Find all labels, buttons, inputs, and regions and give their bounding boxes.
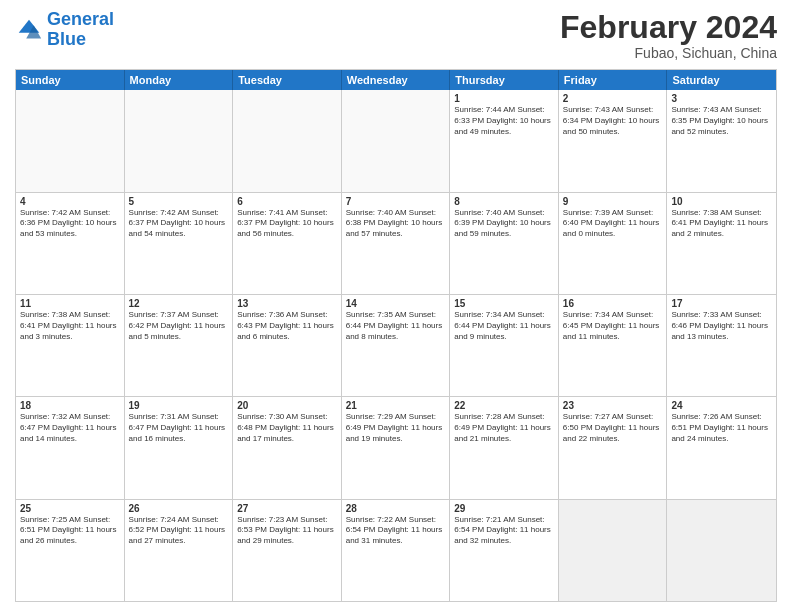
calendar-day-cell [125, 90, 234, 191]
calendar-day-cell: 23Sunrise: 7:27 AM Sunset: 6:50 PM Dayli… [559, 397, 668, 498]
day-info: Sunrise: 7:23 AM Sunset: 6:53 PM Dayligh… [237, 515, 337, 547]
page: General Blue February 2024 Fubao, Sichua… [0, 0, 792, 612]
day-number: 16 [563, 298, 663, 309]
day-number: 10 [671, 196, 772, 207]
day-info: Sunrise: 7:31 AM Sunset: 6:47 PM Dayligh… [129, 412, 229, 444]
day-info: Sunrise: 7:34 AM Sunset: 6:44 PM Dayligh… [454, 310, 554, 342]
day-number: 27 [237, 503, 337, 514]
day-info: Sunrise: 7:44 AM Sunset: 6:33 PM Dayligh… [454, 105, 554, 137]
day-number: 14 [346, 298, 446, 309]
calendar-day-cell: 17Sunrise: 7:33 AM Sunset: 6:46 PM Dayli… [667, 295, 776, 396]
day-info: Sunrise: 7:34 AM Sunset: 6:45 PM Dayligh… [563, 310, 663, 342]
day-number: 15 [454, 298, 554, 309]
calendar-week-row: 18Sunrise: 7:32 AM Sunset: 6:47 PM Dayli… [16, 397, 776, 499]
calendar-day-cell: 19Sunrise: 7:31 AM Sunset: 6:47 PM Dayli… [125, 397, 234, 498]
logo-general: General [47, 9, 114, 29]
day-number: 9 [563, 196, 663, 207]
calendar-day-cell: 16Sunrise: 7:34 AM Sunset: 6:45 PM Dayli… [559, 295, 668, 396]
calendar-day-cell: 13Sunrise: 7:36 AM Sunset: 6:43 PM Dayli… [233, 295, 342, 396]
calendar-day-cell: 29Sunrise: 7:21 AM Sunset: 6:54 PM Dayli… [450, 500, 559, 601]
calendar-day-cell [16, 90, 125, 191]
day-info: Sunrise: 7:41 AM Sunset: 6:37 PM Dayligh… [237, 208, 337, 240]
calendar-day-cell: 21Sunrise: 7:29 AM Sunset: 6:49 PM Dayli… [342, 397, 451, 498]
calendar-header-cell: Monday [125, 70, 234, 90]
day-number: 12 [129, 298, 229, 309]
day-number: 23 [563, 400, 663, 411]
day-number: 3 [671, 93, 772, 104]
day-info: Sunrise: 7:27 AM Sunset: 6:50 PM Dayligh… [563, 412, 663, 444]
calendar-day-cell: 9Sunrise: 7:39 AM Sunset: 6:40 PM Daylig… [559, 193, 668, 294]
day-number: 17 [671, 298, 772, 309]
calendar-day-cell [233, 90, 342, 191]
day-number: 19 [129, 400, 229, 411]
calendar-day-cell: 10Sunrise: 7:38 AM Sunset: 6:41 PM Dayli… [667, 193, 776, 294]
calendar-day-cell: 24Sunrise: 7:26 AM Sunset: 6:51 PM Dayli… [667, 397, 776, 498]
calendar-week-row: 1Sunrise: 7:44 AM Sunset: 6:33 PM Daylig… [16, 90, 776, 192]
day-number: 6 [237, 196, 337, 207]
calendar-day-cell: 15Sunrise: 7:34 AM Sunset: 6:44 PM Dayli… [450, 295, 559, 396]
calendar-day-cell: 2Sunrise: 7:43 AM Sunset: 6:34 PM Daylig… [559, 90, 668, 191]
day-number: 24 [671, 400, 772, 411]
day-number: 29 [454, 503, 554, 514]
day-info: Sunrise: 7:42 AM Sunset: 6:36 PM Dayligh… [20, 208, 120, 240]
calendar-day-cell: 28Sunrise: 7:22 AM Sunset: 6:54 PM Dayli… [342, 500, 451, 601]
day-number: 8 [454, 196, 554, 207]
calendar-header-cell: Wednesday [342, 70, 451, 90]
day-info: Sunrise: 7:26 AM Sunset: 6:51 PM Dayligh… [671, 412, 772, 444]
day-info: Sunrise: 7:42 AM Sunset: 6:37 PM Dayligh… [129, 208, 229, 240]
day-info: Sunrise: 7:43 AM Sunset: 6:35 PM Dayligh… [671, 105, 772, 137]
day-info: Sunrise: 7:32 AM Sunset: 6:47 PM Dayligh… [20, 412, 120, 444]
calendar-day-cell: 25Sunrise: 7:25 AM Sunset: 6:51 PM Dayli… [16, 500, 125, 601]
day-number: 28 [346, 503, 446, 514]
calendar-header-cell: Friday [559, 70, 668, 90]
day-info: Sunrise: 7:39 AM Sunset: 6:40 PM Dayligh… [563, 208, 663, 240]
day-number: 22 [454, 400, 554, 411]
logo-blue: Blue [47, 29, 86, 49]
day-info: Sunrise: 7:43 AM Sunset: 6:34 PM Dayligh… [563, 105, 663, 137]
logo-text: General Blue [47, 10, 114, 50]
calendar-header: SundayMondayTuesdayWednesdayThursdayFrid… [16, 70, 776, 90]
calendar-day-cell [559, 500, 668, 601]
day-number: 4 [20, 196, 120, 207]
calendar-day-cell: 14Sunrise: 7:35 AM Sunset: 6:44 PM Dayli… [342, 295, 451, 396]
calendar-day-cell: 4Sunrise: 7:42 AM Sunset: 6:36 PM Daylig… [16, 193, 125, 294]
header: General Blue February 2024 Fubao, Sichua… [15, 10, 777, 61]
day-number: 2 [563, 93, 663, 104]
calendar-week-row: 4Sunrise: 7:42 AM Sunset: 6:36 PM Daylig… [16, 193, 776, 295]
day-number: 18 [20, 400, 120, 411]
day-info: Sunrise: 7:36 AM Sunset: 6:43 PM Dayligh… [237, 310, 337, 342]
calendar-body: 1Sunrise: 7:44 AM Sunset: 6:33 PM Daylig… [16, 90, 776, 601]
day-number: 20 [237, 400, 337, 411]
day-number: 13 [237, 298, 337, 309]
calendar-header-cell: Saturday [667, 70, 776, 90]
day-number: 1 [454, 93, 554, 104]
day-info: Sunrise: 7:40 AM Sunset: 6:38 PM Dayligh… [346, 208, 446, 240]
logo: General Blue [15, 10, 114, 50]
logo-icon [15, 16, 43, 44]
calendar-header-cell: Tuesday [233, 70, 342, 90]
calendar-header-cell: Sunday [16, 70, 125, 90]
calendar-day-cell: 27Sunrise: 7:23 AM Sunset: 6:53 PM Dayli… [233, 500, 342, 601]
day-info: Sunrise: 7:38 AM Sunset: 6:41 PM Dayligh… [20, 310, 120, 342]
day-number: 11 [20, 298, 120, 309]
title-block: February 2024 Fubao, Sichuan, China [560, 10, 777, 61]
day-number: 7 [346, 196, 446, 207]
calendar-day-cell [667, 500, 776, 601]
calendar-day-cell: 18Sunrise: 7:32 AM Sunset: 6:47 PM Dayli… [16, 397, 125, 498]
day-info: Sunrise: 7:35 AM Sunset: 6:44 PM Dayligh… [346, 310, 446, 342]
subtitle: Fubao, Sichuan, China [560, 45, 777, 61]
calendar-day-cell: 11Sunrise: 7:38 AM Sunset: 6:41 PM Dayli… [16, 295, 125, 396]
day-info: Sunrise: 7:40 AM Sunset: 6:39 PM Dayligh… [454, 208, 554, 240]
calendar-day-cell: 5Sunrise: 7:42 AM Sunset: 6:37 PM Daylig… [125, 193, 234, 294]
calendar-day-cell: 8Sunrise: 7:40 AM Sunset: 6:39 PM Daylig… [450, 193, 559, 294]
calendar-day-cell: 6Sunrise: 7:41 AM Sunset: 6:37 PM Daylig… [233, 193, 342, 294]
calendar-header-cell: Thursday [450, 70, 559, 90]
calendar-week-row: 25Sunrise: 7:25 AM Sunset: 6:51 PM Dayli… [16, 500, 776, 601]
day-info: Sunrise: 7:38 AM Sunset: 6:41 PM Dayligh… [671, 208, 772, 240]
calendar-day-cell: 20Sunrise: 7:30 AM Sunset: 6:48 PM Dayli… [233, 397, 342, 498]
day-info: Sunrise: 7:33 AM Sunset: 6:46 PM Dayligh… [671, 310, 772, 342]
day-info: Sunrise: 7:28 AM Sunset: 6:49 PM Dayligh… [454, 412, 554, 444]
day-number: 21 [346, 400, 446, 411]
calendar-day-cell: 1Sunrise: 7:44 AM Sunset: 6:33 PM Daylig… [450, 90, 559, 191]
day-info: Sunrise: 7:24 AM Sunset: 6:52 PM Dayligh… [129, 515, 229, 547]
